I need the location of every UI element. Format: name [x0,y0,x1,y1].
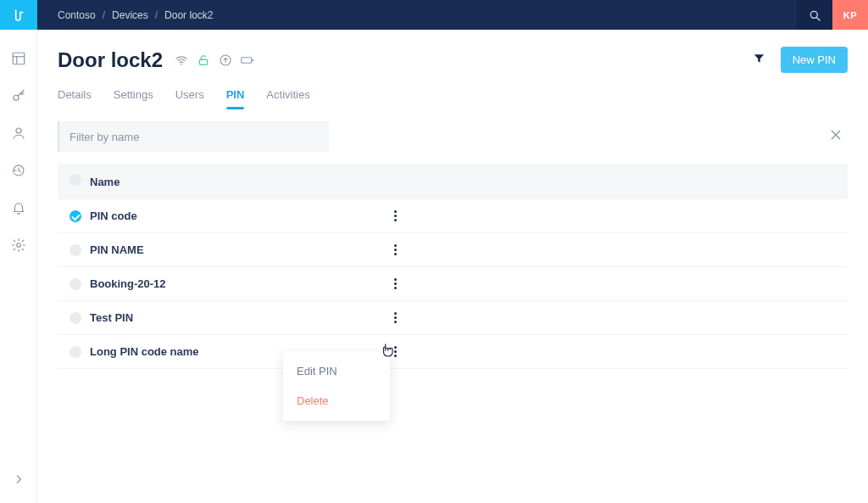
filter-row [58,121,848,152]
chevron-right-icon [13,473,25,485]
pin-table: Name PIN code PIN NAME Booking-20-12 Tes… [58,164,848,369]
row-actions-button[interactable] [387,310,403,327]
row-name: Test PIN [90,311,133,324]
nav-notifications[interactable] [10,199,27,216]
filter-input-wrap[interactable] [58,121,329,152]
row-actions-button[interactable] [387,242,403,259]
bell-icon [11,200,26,215]
battery-icon [241,53,254,67]
brand-logo[interactable] [0,0,37,30]
breadcrumb: Contoso / Devices / Door lock2 [37,9,213,21]
table-row[interactable]: Booking-20-12 [58,267,848,301]
tab-pin[interactable]: PIN [226,88,245,109]
wifi-icon [175,53,188,67]
tab-activities[interactable]: Activities [266,88,309,109]
nav-activity[interactable] [10,162,27,179]
page-title: Door lock2 [58,48,163,72]
top-bar: Contoso / Devices / Door lock2 KP [37,0,868,30]
svg-rect-2 [13,53,25,64]
close-icon [829,128,843,142]
nav-expand[interactable] [10,471,27,488]
menu-item-delete[interactable]: Delete [283,386,390,416]
svg-line-1 [817,17,820,20]
row-name: PIN code [90,210,137,222]
row-checkbox[interactable] [70,244,90,256]
row-checkbox[interactable] [70,278,90,290]
table-header: Name [58,164,848,199]
tabs: Details Settings Users PIN Activities [58,88,848,109]
search-button[interactable] [797,0,832,30]
filter-input[interactable] [70,131,319,143]
device-status-icons [175,53,254,67]
table-row[interactable]: PIN NAME [58,233,848,267]
page-header: Door lock2 New PIN [58,47,848,73]
svg-point-7 [16,243,20,248]
row-name: PIN NAME [90,243,144,256]
gear-icon [11,238,26,253]
row-name: Booking-20-12 [90,277,166,290]
svg-rect-11 [242,57,252,63]
filter-icon [753,52,765,64]
row-checkbox[interactable] [70,312,90,324]
nav-dashboard[interactable] [10,50,27,67]
breadcrumb-item[interactable]: Door lock2 [164,9,213,21]
svg-rect-9 [199,59,207,64]
user-icon [11,126,26,141]
key-icon [11,88,26,103]
column-header-name[interactable]: Name [90,176,120,188]
tab-users[interactable]: Users [175,88,204,109]
layout-icon [11,51,26,66]
row-checkbox[interactable] [70,210,90,222]
breadcrumb-org[interactable]: Contoso [58,9,96,21]
tab-details[interactable]: Details [58,88,92,109]
svg-point-8 [181,63,182,64]
logo-icon [12,8,25,23]
clock-back-icon [11,163,26,178]
user-avatar[interactable]: KP [832,0,868,30]
breadcrumb-sep-icon: / [155,9,158,21]
tab-settings[interactable]: Settings [114,88,153,109]
nav-settings[interactable] [10,237,27,254]
menu-item-edit-pin[interactable]: Edit PIN [283,356,390,386]
table-row[interactable]: PIN code [58,199,848,233]
svg-rect-12 [252,59,253,61]
filter-toggle[interactable] [753,52,765,68]
nav-users[interactable] [10,125,27,142]
table-row[interactable]: Test PIN [58,301,848,335]
svg-point-6 [16,128,21,133]
row-context-menu: Edit PIN Delete [283,351,390,421]
upload-icon [219,53,232,67]
new-pin-button[interactable]: New PIN [781,47,848,73]
left-nav [0,30,37,503]
close-filter-button[interactable] [824,123,848,150]
row-actions-button[interactable] [387,276,403,293]
unlock-icon [197,53,210,67]
row-name: Long PIN code name [90,345,199,358]
search-icon [808,8,821,22]
svg-point-0 [810,11,817,18]
table-row[interactable]: Long PIN code name [58,335,848,369]
breadcrumb-sep-icon: / [103,9,105,21]
row-checkbox[interactable] [70,346,90,358]
main-content: Door lock2 New PIN Details Settings User [37,30,868,503]
breadcrumb-section[interactable]: Devices [112,9,148,21]
nav-keys[interactable] [10,87,27,104]
header-select-all[interactable] [70,174,90,189]
row-actions-button[interactable] [387,208,403,225]
